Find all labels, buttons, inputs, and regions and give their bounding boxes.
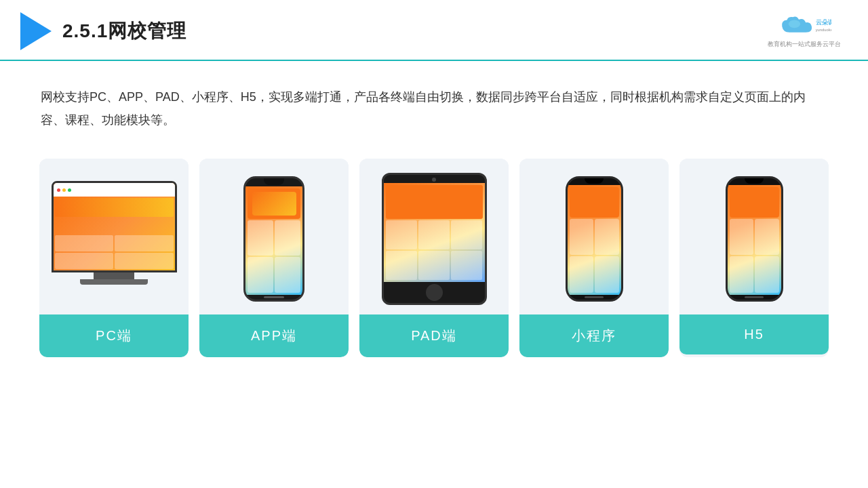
h5-tile-1 bbox=[730, 219, 754, 256]
card-miniprogram-label: 小程序 bbox=[519, 314, 669, 357]
miniprogram-grid bbox=[570, 219, 619, 293]
miniprogram-tile-3 bbox=[570, 256, 594, 293]
pc-base bbox=[80, 279, 148, 285]
h5-notch bbox=[745, 178, 764, 184]
brand-triangle-icon bbox=[20, 12, 52, 50]
pad-tile-6 bbox=[451, 251, 482, 280]
pad-tile-5 bbox=[418, 251, 450, 280]
pad-tablet-mockup bbox=[382, 173, 487, 305]
h5-tile-4 bbox=[755, 256, 779, 293]
card-pad: PAD端 bbox=[359, 159, 509, 357]
card-pc: PC端 bbox=[39, 159, 189, 357]
h5-screen bbox=[728, 185, 781, 295]
pc-dot-yellow bbox=[62, 188, 66, 192]
header-left: 2.5.1网校管理 bbox=[20, 12, 186, 50]
cards-container: PC端 APP端 bbox=[0, 145, 868, 357]
miniprogram-tile-4 bbox=[595, 256, 619, 293]
card-app: APP端 bbox=[199, 159, 349, 357]
page-title: 2.5.1网校管理 bbox=[62, 18, 186, 44]
pad-banner bbox=[386, 185, 483, 219]
miniprogram-phone-mockup bbox=[566, 176, 623, 302]
pc-screen-content bbox=[54, 197, 175, 270]
h5-home-bar bbox=[745, 296, 764, 298]
h5-grid bbox=[730, 219, 779, 293]
pad-tile-1 bbox=[386, 220, 417, 249]
pad-tile-3 bbox=[451, 220, 482, 249]
pc-dot-red bbox=[57, 188, 60, 192]
h5-phone-mockup bbox=[726, 176, 783, 302]
card-miniprogram-image bbox=[519, 159, 669, 314]
card-app-image bbox=[199, 159, 349, 314]
app-tile-1 bbox=[248, 220, 273, 256]
pad-camera bbox=[432, 178, 436, 182]
svg-text:yunduoketang.com: yunduoketang.com bbox=[816, 28, 831, 32]
miniprogram-banner bbox=[570, 187, 619, 218]
app-phone-screen bbox=[245, 186, 302, 295]
description-paragraph: 网校支持PC、APP、PAD、小程序、H5，实现多端打通，产品各终端自由切换，数… bbox=[41, 85, 827, 131]
pad-tile-2 bbox=[418, 220, 450, 249]
app-grid bbox=[248, 220, 300, 293]
card-pc-image bbox=[39, 159, 189, 314]
h5-tile-3 bbox=[730, 256, 754, 293]
app-tile-4 bbox=[275, 257, 300, 293]
h5-tile-2 bbox=[755, 219, 779, 256]
pc-tile-4 bbox=[115, 253, 174, 269]
app-home-bar bbox=[264, 296, 284, 298]
cloud-logo-svg: 云朵课堂 yunduoketang.com bbox=[777, 14, 831, 39]
pc-tile-2 bbox=[115, 235, 174, 251]
pc-tile-1 bbox=[55, 235, 114, 251]
card-h5-image bbox=[679, 159, 829, 314]
svg-point-0 bbox=[789, 20, 800, 28]
miniprogram-tile-2 bbox=[595, 219, 619, 256]
h5-banner bbox=[730, 187, 779, 218]
card-miniprogram: 小程序 bbox=[519, 159, 669, 357]
header: 2.5.1网校管理 云朵课堂 yunduoketang.com 教育机构一站式服… bbox=[0, 0, 868, 61]
miniprogram-screen bbox=[568, 185, 621, 295]
pad-tablet-screen bbox=[384, 183, 485, 282]
app-phone-notch bbox=[264, 178, 284, 185]
pc-stand bbox=[94, 272, 134, 279]
card-pad-image bbox=[359, 159, 509, 314]
app-phone-mockup bbox=[243, 176, 304, 302]
pad-home-button bbox=[426, 284, 443, 301]
app-banner-img bbox=[252, 192, 296, 216]
svg-text:云朵课堂: 云朵课堂 bbox=[816, 18, 831, 26]
card-h5-label: H5 bbox=[679, 314, 829, 354]
card-pc-label: PC端 bbox=[39, 314, 189, 357]
logo-tagline: 教育机构一站式服务云平台 bbox=[768, 40, 841, 49]
pc-device-mockup bbox=[52, 181, 177, 296]
card-app-label: APP端 bbox=[199, 314, 349, 357]
pc-screen-inner bbox=[54, 183, 175, 270]
miniprogram-tile-1 bbox=[570, 219, 594, 256]
logo-icon: 云朵课堂 yunduoketang.com bbox=[777, 14, 831, 39]
app-tile-3 bbox=[248, 257, 273, 293]
card-h5: H5 bbox=[679, 159, 829, 357]
pc-tile-3 bbox=[55, 253, 114, 269]
pad-grid bbox=[386, 220, 483, 280]
app-banner bbox=[248, 188, 300, 219]
description-text: 网校支持PC、APP、PAD、小程序、H5，实现多端打通，产品各终端自由切换，数… bbox=[0, 61, 868, 145]
miniprogram-notch bbox=[585, 178, 604, 184]
pc-tile-banner bbox=[55, 198, 174, 217]
pc-screen bbox=[52, 181, 177, 272]
pad-tile-4 bbox=[386, 251, 417, 280]
brand-logo: 云朵课堂 yunduoketang.com 教育机构一站式服务云平台 bbox=[768, 14, 841, 49]
pc-dot-green bbox=[68, 188, 71, 192]
pc-screen-top bbox=[54, 183, 175, 197]
app-tile-2 bbox=[275, 220, 300, 256]
miniprogram-home-bar bbox=[585, 296, 604, 298]
card-pad-label: PAD端 bbox=[359, 314, 509, 357]
